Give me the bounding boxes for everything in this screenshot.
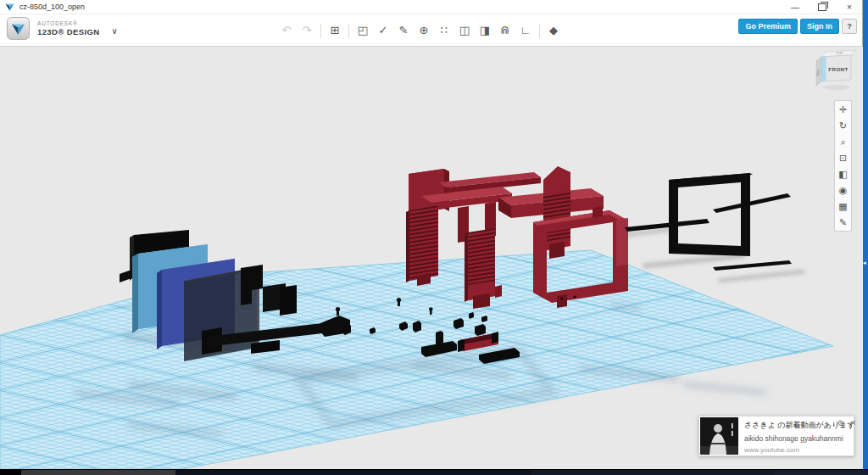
grid-icon[interactable]: ▦ — [837, 201, 849, 211]
toolbar-separator — [348, 24, 349, 38]
brand-123d-design: 123D® DESIGN — [37, 28, 100, 36]
desktop-edge: ◂ — [863, 0, 868, 475]
pattern-icon[interactable]: ∷ — [437, 24, 451, 37]
orbit-icon[interactable]: ↻ — [837, 120, 849, 131]
snap-icon[interactable]: ⋒ — [498, 24, 512, 37]
screen: ◂ cz-850d_100_open — × — [0, 0, 868, 475]
gear-icon[interactable]: ⚙ — [837, 419, 844, 428]
transform-icon[interactable]: ⊞ — [328, 24, 342, 37]
material-icon[interactable]: ◆ — [547, 24, 560, 37]
minimize-button[interactable]: — — [786, 1, 804, 14]
brand-autodesk: AUTODESK® — [37, 21, 100, 27]
notification-source: www.youtube.com — [744, 446, 855, 454]
scene-svg: TOP FRONT LEFT — [0, 47, 863, 469]
sign-in-button[interactable]: Sign In — [800, 19, 839, 34]
app-menu-button[interactable]: AUTODESK® 123D® DESIGN ∨ — [7, 17, 118, 40]
zoom-icon[interactable]: ⌕ — [837, 137, 849, 147]
taskbar-segment — [531, 470, 774, 475]
restore-icon — [818, 3, 826, 11]
desktop-edge-arrow-icon: ◂ — [863, 260, 866, 265]
viewcube-top-label: TOP — [836, 51, 843, 55]
taskbar-segment — [21, 470, 175, 475]
app-window: cz-850d_100_open — × AUTODESK® — [0, 0, 863, 469]
toolbar-separator — [539, 24, 540, 38]
sketch-visibility-icon[interactable]: ✎ — [837, 217, 849, 227]
chevron-down-icon: ∨ — [112, 26, 118, 36]
shading-icon[interactable]: ◧ — [837, 169, 849, 179]
notification-thumbnail[interactable] — [700, 417, 738, 455]
app-icon — [5, 3, 14, 12]
view-nav-toolbar: ✛↻⌕⊡◧◉▦✎ — [834, 100, 852, 232]
toolbar-separator — [320, 24, 321, 38]
viewport-3d[interactable]: TOP FRONT LEFT ✛↻⌕⊡◧◉▦✎ — [0, 47, 863, 469]
notification-subtitle: aikido shihonage gyakuhannmi — [744, 434, 855, 443]
taskbar-segment — [774, 470, 868, 475]
sketch-icon[interactable]: ✓ — [376, 24, 390, 37]
go-premium-button[interactable]: Go Premium — [738, 19, 798, 34]
fit-icon[interactable]: ⊡ — [837, 153, 849, 163]
pan-icon[interactable]: ✛ — [837, 104, 849, 115]
main-toolbar: ↶↷⊞◰✓✎⊕∷◫◨⋒∟◆ — [280, 19, 560, 42]
app-logo-icon — [7, 17, 30, 40]
construct-icon[interactable]: ✎ — [397, 24, 410, 37]
grouping-icon[interactable]: ◫ — [458, 24, 471, 37]
viewcube-front-label: FRONT — [828, 66, 848, 72]
restore-button[interactable] — [813, 1, 832, 14]
modify-icon[interactable]: ⊕ — [417, 24, 431, 37]
redo-icon[interactable]: ↷ — [300, 24, 314, 37]
help-button[interactable]: ? — [842, 19, 857, 34]
title-bar: cz-850d_100_open — × — [0, 0, 862, 14]
taskbar[interactable] — [0, 469, 868, 475]
close-icon[interactable]: × — [851, 418, 856, 428]
window-title: cz-850d_100_open — [19, 3, 85, 11]
primitives-icon[interactable]: ◰ — [356, 24, 370, 37]
undo-icon[interactable]: ↶ — [280, 24, 293, 37]
measure-icon[interactable]: ∟ — [519, 24, 532, 37]
taskbar-segment — [0, 470, 21, 475]
close-button[interactable]: × — [840, 1, 859, 14]
combine-icon[interactable]: ◨ — [478, 24, 492, 37]
model-part-red-rib-bracket[interactable] — [543, 166, 570, 259]
visibility-icon[interactable]: ◉ — [837, 185, 849, 195]
notification-popup[interactable]: ささきよ の新着動画があります aikido shihonage gyakuha… — [698, 416, 854, 456]
app-toolbar: AUTODESK® 123D® DESIGN ∨ ↶↷⊞◰✓✎⊕∷◫◨⋒∟◆ G… — [0, 14, 862, 47]
